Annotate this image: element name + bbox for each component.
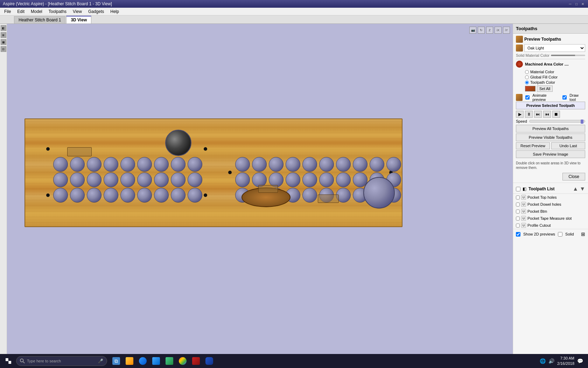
menu-edit[interactable]: Edit [14,8,27,15]
chrome-icon [179,357,187,365]
left-sidebar: ◧ ⊞ ▦ ⊡ [0,24,7,360]
large-hole [165,130,191,156]
svg-line-1 [23,362,24,363]
canvas-icon-zoom-z[interactable]: Z [486,27,493,34]
date-display: 2/16/2018 [557,361,574,366]
notification-icon[interactable]: 💬 [577,358,583,364]
taskbar-edge[interactable] [136,355,149,367]
show-2d-previews-checkbox[interactable] [516,232,520,237]
volume-icon[interactable]: 🔊 [548,358,554,364]
hole-rt1-2 [252,157,267,172]
play-button[interactable]: ▶ [516,111,524,118]
skip-end-button[interactable]: ⏮ [543,111,551,118]
taskbar-chrome[interactable] [176,355,189,367]
canvas-icon-ix[interactable]: iX [495,27,502,34]
taskbar-app-red[interactable] [190,355,202,367]
canvas-area[interactable]: 📷 ↻ Z iX iY [7,24,513,360]
list-down-icon[interactable]: ▼ [580,186,585,192]
save-preview-image-button[interactable]: Save Preview Image [516,150,585,158]
hole-rt2-7 [336,172,351,187]
maximize-button[interactable]: □ [574,1,579,6]
solid-material-slider[interactable] [551,55,585,56]
start-icon [6,358,11,364]
material-select[interactable]: Oak Light [524,44,585,52]
tp-0-checkbox[interactable] [516,196,520,199]
tp-1-checkbox[interactable] [516,203,520,206]
radio-toolpath-row: Toolpath Color [525,80,585,84]
toolpath-list-checkbox[interactable] [516,187,520,191]
preview-selected-toolpath-button[interactable]: Preview Selected Toolpath [516,102,585,109]
taskbar-media-player[interactable] [163,355,176,367]
set-all-button[interactable]: Set All [537,86,553,92]
reset-preview-button[interactable]: Reset Preview [516,142,550,149]
menu-view[interactable]: View [70,8,85,15]
preview-header-row: Preview Toolpaths [516,36,585,43]
taskbar-task-view[interactable]: ⧉ [110,355,122,367]
taskbar-store[interactable] [150,355,162,367]
menu-toolpaths[interactable]: Toolpaths [46,8,69,15]
machined-area-radio-group: Material Color Global Fill Color Toolpat… [516,70,585,84]
speed-handle[interactable] [581,120,583,124]
hole-rt1-8 [353,157,368,172]
preview-visible-toolpaths-button[interactable]: Preview Visible Toolpaths [516,134,585,141]
toolpaths-panel: Toolpaths Preview Toolpaths Oak Light So… [513,24,588,360]
grid-view-icon[interactable]: ⊞ [581,231,585,237]
undo-last-button[interactable]: Undo Last [551,142,585,149]
animate-preview-checkbox[interactable] [525,95,530,100]
tp-4-checkbox[interactable] [516,224,520,227]
network-icon[interactable]: 🌐 [540,358,546,364]
hole-rt1-7 [336,157,351,172]
file-explorer-icon [126,357,133,365]
tool-icon-4[interactable]: ⊡ [1,46,6,52]
store-icon [152,357,160,365]
tool-icon-3[interactable]: ▦ [1,39,6,45]
tool-icon-1[interactable]: ◧ [1,25,6,31]
machined-area-icon [516,61,523,68]
canvas-icon-camera[interactable]: 📷 [469,27,476,34]
canvas-icon-iy[interactable]: iY [503,27,510,34]
tp-3-checkbox[interactable] [516,217,520,220]
search-placeholder: Type here to search [27,359,61,363]
hole-r3-5 [120,188,135,203]
list-up-icon[interactable]: ▲ [573,186,578,192]
close-window-button[interactable]: ✕ [580,1,585,6]
close-button[interactable]: Close [562,173,585,180]
radio-toolpath[interactable] [525,81,529,84]
tab-3d-view[interactable]: 3D View [66,16,91,23]
radio-material-label: Material Color [530,70,554,74]
stop-button[interactable]: ⏹ [552,111,560,118]
hole-r1-7 [154,157,169,172]
pause-button[interactable]: ⏸ [525,111,533,118]
hole-rt1-6 [319,157,334,172]
speed-row: Speed [516,119,585,123]
menu-model[interactable]: Model [28,8,45,15]
menu-help[interactable]: Help [107,8,122,15]
tab-heather-stitch-board[interactable]: Heather Stitch Board 1 [14,16,65,23]
hole-r2-5 [120,172,135,187]
draw-tool-checkbox[interactable] [562,95,567,100]
start-button[interactable] [2,355,15,367]
title-bar: Aspire (Vectric Aspire) - [Heather Stitc… [0,0,588,8]
hole-r3-7 [154,188,169,203]
menu-gadgets[interactable]: Gadgets [85,8,107,15]
hole-r2-6 [137,172,152,187]
solid-checkbox[interactable] [558,232,562,237]
radio-global[interactable] [525,75,529,79]
wood-board[interactable] [24,118,402,227]
canvas-icon-rotate[interactable]: ↻ [478,27,485,34]
taskbar-app-blue[interactable] [203,355,216,367]
search-bar[interactable]: Type here to search 🎤 [16,356,107,366]
taskbar-file-explorer[interactable] [123,355,136,367]
toolpath-color-swatch[interactable] [525,86,536,91]
tool-icon-2[interactable]: ⊞ [1,32,6,38]
preview-all-toolpaths-button[interactable]: Preview All Toolpaths [516,125,585,132]
microphone-icon[interactable]: 🎤 [98,359,103,363]
minimize-button[interactable]: ─ [568,1,573,6]
skip-forward-button[interactable]: ⏭ [534,111,542,118]
show-2d-previews-label: Show 2D previews [523,232,555,236]
tp-2-checkbox[interactable] [516,210,520,213]
clock: 7:30 AM 2/16/2018 [557,356,574,367]
menu-file[interactable]: File [1,8,14,15]
toolpath-item-1: U Pocket Dowel holes [513,201,588,208]
radio-material[interactable] [525,70,529,74]
